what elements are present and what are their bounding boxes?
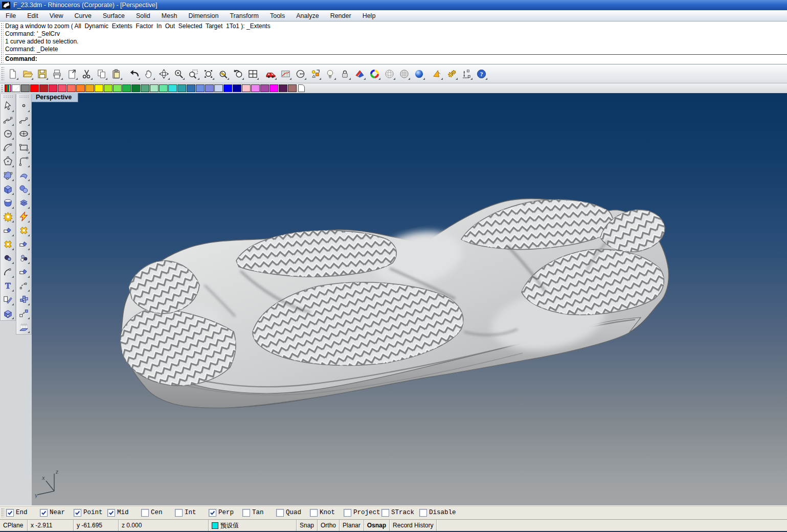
menu-edit[interactable]: Edit bbox=[21, 11, 44, 20]
explode-button[interactable] bbox=[1, 210, 15, 224]
zoom-window-button[interactable] bbox=[187, 67, 200, 81]
copy-button[interactable] bbox=[95, 67, 108, 81]
menu-curve[interactable]: Curve bbox=[69, 11, 97, 20]
color-swatch-25[interactable] bbox=[242, 84, 251, 92]
pointer-button[interactable] bbox=[1, 99, 15, 113]
menu-transform[interactable]: Transform bbox=[224, 11, 264, 20]
toggle-ortho[interactable]: Ortho bbox=[318, 520, 340, 531]
osnap-disable-checkbox[interactable]: Disable bbox=[419, 509, 457, 517]
perspective-viewport[interactable]: Perspective bbox=[32, 93, 787, 505]
lightning-button[interactable] bbox=[17, 210, 31, 224]
extend-curve-button[interactable] bbox=[17, 279, 31, 293]
point-button[interactable] bbox=[17, 99, 31, 113]
polygon-button[interactable] bbox=[1, 154, 15, 168]
zoom-extents-button[interactable] bbox=[201, 67, 215, 81]
osnap-perp-checkbox[interactable]: Perp bbox=[209, 509, 242, 517]
move-button[interactable] bbox=[17, 306, 31, 320]
boolean-dots-button[interactable] bbox=[17, 251, 31, 265]
cut-button[interactable] bbox=[80, 67, 94, 81]
osnap-point-checkbox[interactable]: Point bbox=[74, 509, 107, 517]
toggle-osnap[interactable]: Osnap bbox=[364, 520, 390, 531]
interpolated-curve-button[interactable] bbox=[17, 113, 31, 127]
viewport-title-tab[interactable]: Perspective bbox=[32, 93, 78, 102]
circle-button[interactable] bbox=[1, 127, 15, 141]
menu-help[interactable]: Help bbox=[357, 11, 381, 20]
fillet-arc-button[interactable] bbox=[1, 265, 15, 279]
rotate-view-button[interactable] bbox=[157, 67, 171, 81]
osnap-knot-checkbox[interactable]: Knot bbox=[310, 509, 344, 517]
color-swatch-14[interactable] bbox=[141, 84, 149, 92]
osnap-tan-checkbox[interactable]: Tan bbox=[242, 509, 276, 517]
color-swatch-7[interactable] bbox=[76, 84, 85, 92]
hatch-button[interactable] bbox=[1, 293, 15, 306]
viewport-layout-button[interactable] bbox=[246, 67, 260, 81]
zoom-selected-button[interactable] bbox=[216, 67, 230, 81]
color-swatch-27[interactable] bbox=[260, 84, 269, 92]
extrude-surface-button[interactable] bbox=[17, 320, 31, 334]
fillet-corner-button[interactable] bbox=[17, 154, 31, 168]
toggle-planar[interactable]: Planar bbox=[340, 520, 364, 531]
options-gears-button[interactable] bbox=[445, 67, 459, 81]
boolean-spheres-button[interactable] bbox=[1, 251, 15, 265]
save-button[interactable] bbox=[35, 67, 49, 81]
menu-mesh[interactable]: Mesh bbox=[156, 11, 183, 20]
osnap-grip[interactable] bbox=[1, 508, 4, 517]
osnap-cen-checkbox[interactable]: Cen bbox=[141, 509, 175, 517]
osnap-project-checkbox[interactable]: Project bbox=[344, 509, 381, 517]
color-swatch-28[interactable] bbox=[269, 84, 278, 92]
lock-button[interactable] bbox=[338, 67, 352, 81]
undo-view-button[interactable] bbox=[231, 67, 245, 81]
white-swatch[interactable] bbox=[12, 84, 20, 92]
color-swatch-17[interactable] bbox=[168, 84, 177, 92]
solid-box-button[interactable] bbox=[1, 306, 15, 320]
pan-hand-button[interactable] bbox=[142, 67, 156, 81]
color-swatch-1[interactable] bbox=[21, 84, 30, 92]
layer-colors-icon[interactable] bbox=[5, 84, 11, 92]
menu-file[interactable]: File bbox=[0, 11, 21, 20]
menu-view[interactable]: View bbox=[44, 11, 69, 20]
layer-cell[interactable]: 预设值 bbox=[209, 520, 297, 531]
toggle-record-history[interactable]: Record History bbox=[390, 520, 437, 531]
color-swatch-10[interactable] bbox=[104, 84, 113, 92]
cplane-cell[interactable]: CPlane bbox=[0, 520, 28, 531]
color-swatch-24[interactable] bbox=[233, 84, 241, 92]
osnap-end-checkbox[interactable]: End bbox=[6, 509, 40, 517]
trim-wedge-button[interactable] bbox=[17, 265, 31, 279]
main-toolbar-grip[interactable] bbox=[1, 66, 4, 81]
palette-grip[interactable] bbox=[1, 84, 4, 92]
help-button[interactable]: ? bbox=[475, 67, 488, 81]
color-swatch-4[interactable] bbox=[49, 84, 57, 92]
osnap-near-checkbox[interactable]: Near bbox=[40, 509, 74, 517]
osnap-quad-checkbox[interactable]: Quad bbox=[276, 509, 310, 517]
color-swatch-30[interactable] bbox=[288, 84, 297, 92]
zoom-in-button[interactable] bbox=[172, 67, 186, 81]
osnap-strack-checkbox[interactable]: STrack bbox=[381, 509, 419, 517]
page-curl-icon[interactable] bbox=[298, 84, 305, 92]
puzzle-join-button[interactable] bbox=[1, 237, 15, 251]
puzzle-split-button[interactable] bbox=[17, 224, 31, 237]
color-swatch-19[interactable] bbox=[187, 84, 195, 92]
bent-surface-button[interactable] bbox=[17, 168, 31, 182]
spheres-button[interactable] bbox=[17, 182, 31, 196]
left-toolbar-column-2-grip[interactable] bbox=[19, 95, 29, 98]
color-swatch-22[interactable] bbox=[214, 84, 223, 92]
menu-surface[interactable]: Surface bbox=[97, 11, 130, 20]
box-button[interactable] bbox=[1, 182, 15, 196]
color-swatch-26[interactable] bbox=[251, 84, 260, 92]
split-button[interactable] bbox=[17, 237, 31, 251]
open-file-button[interactable] bbox=[20, 67, 34, 81]
color-swatch-3[interactable] bbox=[39, 84, 48, 92]
menu-dimension[interactable]: Dimension bbox=[183, 11, 224, 20]
xray-mode-button[interactable] bbox=[397, 67, 411, 81]
osnap-mid-checkbox[interactable]: Mid bbox=[107, 509, 141, 517]
array-squares-button[interactable] bbox=[17, 293, 31, 306]
color-swatch-9[interactable] bbox=[95, 84, 103, 92]
color-swatch-13[interactable] bbox=[131, 84, 140, 92]
color-wheel-button[interactable] bbox=[368, 67, 381, 81]
radius-circle-button[interactable] bbox=[294, 67, 307, 81]
left-toolbar-column-1-grip[interactable] bbox=[3, 95, 13, 98]
curve-control-points-button[interactable] bbox=[1, 113, 15, 127]
color-swatch-8[interactable] bbox=[85, 84, 94, 92]
rectangle-button[interactable] bbox=[17, 141, 31, 154]
color-swatch-20[interactable] bbox=[196, 84, 205, 92]
